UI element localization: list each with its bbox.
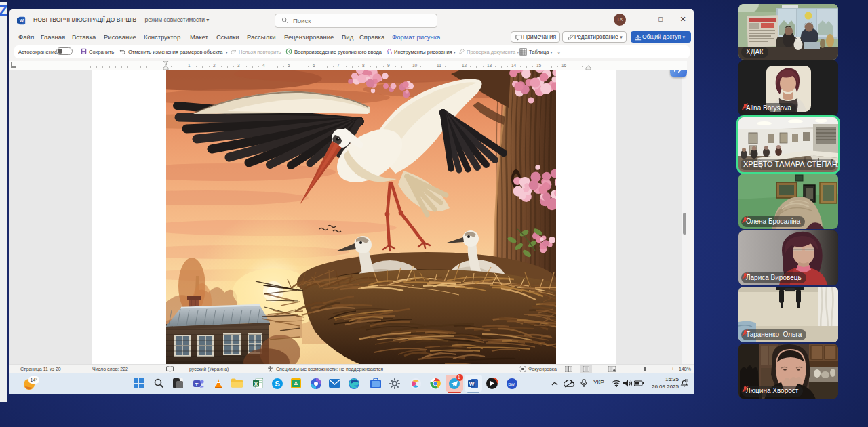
svg-text:BW: BW (508, 382, 515, 386)
svg-text:S: S (275, 380, 280, 388)
svg-text:W: W (469, 381, 475, 387)
svg-text:14°: 14° (31, 378, 38, 382)
svg-text:X: X (254, 381, 258, 387)
svg-text:1: 1 (458, 375, 460, 380)
svg-text:T: T (195, 382, 199, 388)
svg-text:W: W (20, 18, 24, 23)
